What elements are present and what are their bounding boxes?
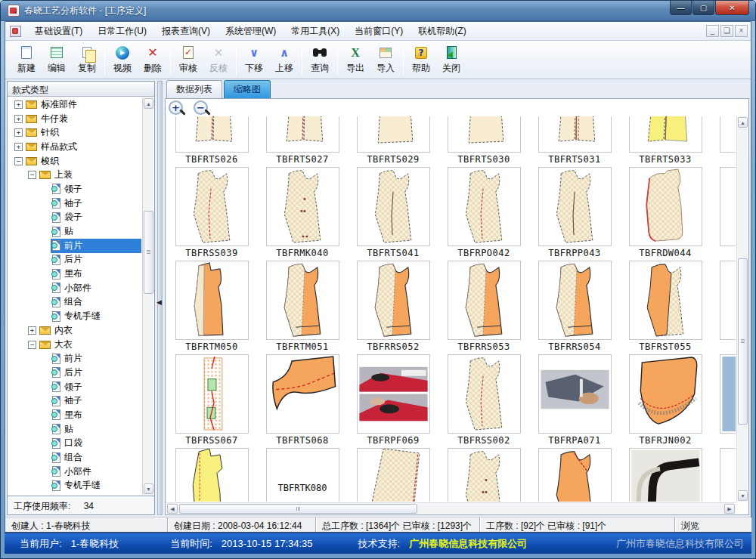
- 复制-toolbar-button[interactable]: 复制: [72, 42, 102, 77]
- tree-item-标准部件[interactable]: +标准部件: [8, 97, 141, 112]
- thumbnail-image[interactable]: [175, 167, 249, 246]
- tree-scrollbar[interactable]: ▲ ▼: [142, 97, 153, 495]
- expand-box-icon[interactable]: +: [14, 143, 23, 151]
- tree-item-上装[interactable]: −上装: [8, 168, 141, 182]
- tree-item-针织[interactable]: +针织: [8, 125, 141, 140]
- tree-item-里布[interactable]: 里布: [8, 408, 141, 422]
- tree-item-领子[interactable]: 领子: [8, 380, 141, 394]
- tree-scroll-up-icon[interactable]: ▲: [144, 98, 153, 109]
- tree-item-后片[interactable]: 后片: [8, 253, 141, 267]
- collapse-panel-icon[interactable]: ◀: [156, 298, 162, 306]
- thumbnail-cell[interactable]: TBFRPA071: [529, 354, 620, 448]
- tree-item-里布[interactable]: 里布: [8, 267, 141, 281]
- tree-item-内衣[interactable]: +内衣: [8, 323, 141, 338]
- expand-box-icon[interactable]: +: [14, 115, 23, 123]
- thumbnail-cell[interactable]: TBFRRS053: [438, 261, 529, 354]
- tree-item-前片[interactable]: 前片: [8, 351, 141, 366]
- panel-splitter[interactable]: ◀: [155, 81, 165, 515]
- menu-item-2[interactable]: 报表查询(V): [154, 22, 218, 41]
- expand-box-icon[interactable]: −: [28, 171, 36, 179]
- thumbnail-image[interactable]: [357, 448, 430, 502]
- thumbnail-cell[interactable]: [711, 116, 736, 167]
- thumbnail-image[interactable]: [629, 354, 702, 434]
- thumbnail-image[interactable]: [175, 261, 249, 340]
- tree-item-袋子[interactable]: 袋子: [8, 211, 141, 225]
- thumbnail-image[interactable]: [357, 261, 430, 340]
- tree-item-前片[interactable]: 前片: [8, 239, 141, 253]
- maximize-button[interactable]: ▢: [692, 1, 714, 15]
- thumbnail-image[interactable]: [448, 354, 521, 434]
- 上移-toolbar-button[interactable]: ∧上移: [269, 42, 299, 77]
- thumbnail-cell[interactable]: [529, 448, 620, 502]
- thumbnail-image[interactable]: [629, 448, 702, 502]
- thumbnail-image[interactable]: [266, 167, 339, 246]
- thumbnail-cell[interactable]: TBFRTS068: [257, 354, 348, 448]
- thumbnail-image[interactable]: [538, 354, 612, 434]
- thumbnail-cell[interactable]: TBFRMK040: [257, 167, 348, 261]
- thumbnail-image[interactable]: [629, 167, 702, 246]
- grid-hscroll-thumb[interactable]: [179, 504, 417, 514]
- tree-item-贴[interactable]: 贴: [8, 224, 141, 239]
- thumbnail-cell[interactable]: TBFRST055: [620, 261, 711, 354]
- thumbnail-cell[interactable]: TBFRTM050: [166, 261, 257, 354]
- grid-horizontal-scrollbar[interactable]: ◀ ▶: [166, 502, 736, 514]
- thumbnail-image[interactable]: [448, 448, 521, 502]
- tree-item-小部件[interactable]: 小部件: [8, 281, 141, 295]
- mdi-restore-button[interactable]: ❏: [720, 25, 733, 37]
- menu-item-4[interactable]: 常用工具(X): [284, 22, 347, 41]
- 新建-toolbar-button[interactable]: 新建: [11, 42, 42, 77]
- tree-scroll-thumb[interactable]: [144, 211, 153, 294]
- thumbnail-cell[interactable]: TBFRTS041: [348, 167, 438, 261]
- tree-item-组合[interactable]: 组合: [8, 450, 141, 465]
- tree-item-袖子[interactable]: 袖子: [8, 394, 141, 408]
- thumbnail-image[interactable]: [448, 167, 521, 246]
- thumbnail-image[interactable]: [720, 448, 736, 502]
- expand-box-icon[interactable]: −: [14, 157, 23, 165]
- thumbnail-cell[interactable]: TBFRTS030: [438, 116, 529, 167]
- tree-item-贴[interactable]: 贴: [8, 422, 141, 437]
- tab-缩略图[interactable]: 缩略图: [224, 80, 271, 98]
- grid-scroll-left-icon[interactable]: ◀: [167, 504, 178, 514]
- tree-item-大衣[interactable]: −大衣: [8, 338, 141, 352]
- thumbnail-cell[interactable]: TBFRPF069: [348, 354, 438, 448]
- 帮助-toolbar-button[interactable]: ?帮助: [406, 42, 436, 77]
- thumbnail-image[interactable]: [266, 261, 339, 340]
- 查询-toolbar-button[interactable]: 查询: [305, 42, 335, 77]
- expand-box-icon[interactable]: +: [28, 326, 36, 335]
- thumbnail-image[interactable]: [266, 116, 339, 153]
- thumbnail-cell[interactable]: [620, 448, 711, 502]
- thumbnail-image[interactable]: [266, 354, 339, 434]
- thumbnail-image[interactable]: [720, 261, 736, 340]
- thumbnail-image[interactable]: [720, 354, 736, 434]
- tab-数据列表[interactable]: 数据列表: [166, 80, 222, 98]
- thumbnail-cell[interactable]: TBFRTS026: [166, 116, 257, 167]
- thumbnail-image[interactable]: [720, 116, 736, 153]
- grid-scroll-up-icon[interactable]: ▲: [738, 117, 748, 128]
- expand-box-icon[interactable]: +: [14, 100, 23, 109]
- tree-item-牛仔装[interactable]: +牛仔装: [8, 112, 141, 126]
- tree-item-领子[interactable]: 领子: [8, 182, 141, 196]
- thumbnail-image[interactable]: [175, 116, 249, 153]
- thumbnail-image[interactable]: [175, 354, 249, 434]
- thumbnail-image[interactable]: [720, 167, 736, 246]
- thumbnail-cell[interactable]: TBFRTK080: [257, 448, 348, 502]
- tree-item-梭织[interactable]: −梭织: [8, 154, 141, 168]
- tree-item-专机手缝[interactable]: 专机手缝: [8, 309, 141, 323]
- 关闭-toolbar-button[interactable]: 关闭: [436, 42, 466, 77]
- thumbnail-image[interactable]: [538, 448, 612, 502]
- thumbnail-cell[interactable]: TBFRTS033: [620, 116, 711, 167]
- 下移-toolbar-button[interactable]: ∨下移: [239, 42, 269, 77]
- thumbnail-cell[interactable]: TBFRPP043: [529, 167, 620, 261]
- grid-vertical-scrollbar[interactable]: ▲ ▼: [736, 116, 748, 502]
- thumbnail-image[interactable]: [175, 448, 249, 502]
- menu-item-3[interactable]: 系统管理(W): [218, 22, 284, 41]
- thumbnail-image[interactable]: [448, 261, 521, 340]
- thumbnail-cell[interactable]: TBFRRS054: [529, 261, 620, 354]
- zoom-out-button[interactable]: −: [194, 100, 211, 118]
- thumbnail-cell[interactable]: TBFRTM051: [257, 261, 348, 354]
- thumbnail-image[interactable]: [357, 354, 430, 434]
- thumbnail-cell[interactable]: TBFRSS067: [166, 354, 257, 448]
- tree-scroll-down-icon[interactable]: ▼: [144, 483, 153, 494]
- minimize-button[interactable]: —: [670, 1, 692, 15]
- thumbnail-image[interactable]: [629, 116, 702, 153]
